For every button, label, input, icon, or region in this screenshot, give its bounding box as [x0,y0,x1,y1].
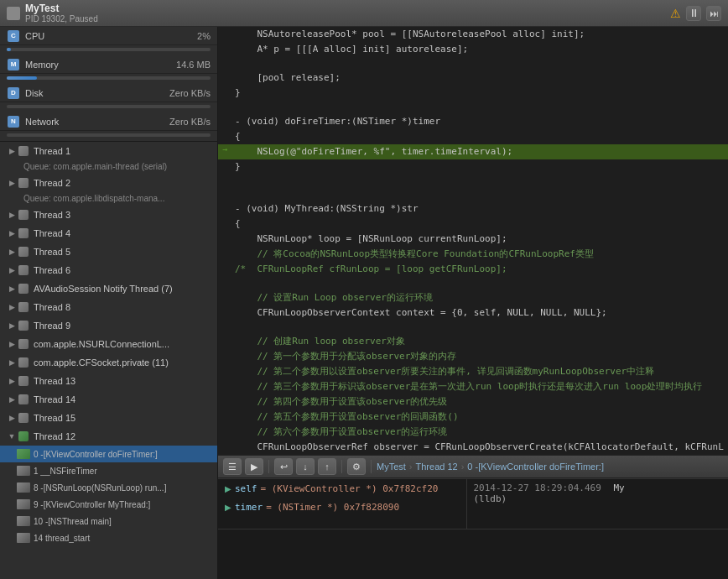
thread-expand-1[interactable]: ▶ [7,146,17,156]
code-content-9: NSLog(@"doFireTimer, %f", timer.timeInte… [231,144,728,159]
frame-icon-14 [17,533,30,543]
thread-item-13[interactable]: ▶ Thread 13 [0,372,217,390]
thread-item-14[interactable]: ▶ Thread 14 [0,390,217,409]
code-line-7: - (void) doFireTimer:(NSTimer *)timer [218,114,728,129]
thread-label-12: Thread 12 [34,431,214,441]
code-content-12 [231,188,728,190]
frame-icon-1 [17,466,30,476]
thread-expand-4[interactable]: ▶ [7,228,17,238]
thread-expand-8[interactable]: ▶ [7,302,17,312]
thread-label-1: Thread 1 [34,146,214,156]
var-timer[interactable]: ▶ timer = (NSTimer *) 0x7f828090 [218,498,466,516]
step-btn[interactable]: ⏭ [706,6,721,21]
frame-label-9: 9 -[KViewController MyThread:] [34,500,214,509]
code-content-21 [231,321,728,322]
cpu-resource: C CPU 2% [0,27,217,45]
thread-label-8: Thread 8 [34,302,214,312]
code-content-20: CFRunLoopObserverContext context = {0, s… [231,305,728,321]
cpu-value: 2% [197,31,211,41]
breadcrumb-frame0[interactable]: 0 -[KViewController doFireTimer:] [467,462,604,472]
thread-1-queue-label: Queue: com.apple.main-thread (serial) [23,162,167,171]
step-over-btn[interactable]: ↩ [274,458,293,475]
thread-icon-4 [17,228,30,238]
code-line-4: [pool release]; [218,70,728,86]
right-panel: NSAutoreleasePool* pool = [[NSAutoreleas… [218,27,728,579]
thread-expand-3[interactable]: ▶ [7,210,17,220]
thread-label-15: Thread 15 [34,413,214,423]
code-area[interactable]: NSAutoreleasePool* pool = [[NSAutoreleas… [218,27,728,455]
frame-item-8[interactable]: 8 -[NSRunLoop(NSRunLoop) run...] [0,479,217,496]
code-line-1: NSAutoreleasePool* pool = [[NSAutoreleas… [218,27,728,42]
frame-item-10[interactable]: 10 -[NSThread main] [0,513,217,529]
memory-label: Memory [25,60,176,70]
breadcrumb-thread12[interactable]: Thread 12 [416,462,458,472]
settings-btn[interactable]: ⚙ [347,458,366,475]
thread-icon-5 [17,247,30,257]
thread-item-1[interactable]: ▶ Thread 1 [0,142,217,160]
thread-expand-9[interactable]: ▶ [7,321,17,331]
breadcrumb-mytest[interactable]: MyTest [377,462,406,472]
thread-label-9: Thread 9 [34,321,214,331]
thread-item-8[interactable]: ▶ Thread 8 [0,298,217,316]
code-content-16: // 将Cocoa的NSRunLoop类型转换程Core Foundation的… [231,247,728,262]
thread-expand-15[interactable]: ▶ [7,413,17,423]
frame-icon-0 [17,449,30,459]
frame-icon-9 [17,499,30,509]
step-out-btn[interactable]: ↑ [318,458,336,475]
left-panel: C CPU 2% M Memory 14.6 MB [0,27,218,579]
thread-item-12[interactable]: ▼ Thread 12 [0,427,217,446]
frame-item-14[interactable]: 14 thread_start [0,529,217,546]
code-content-22: // 创建Run loop observer对象 [231,334,728,349]
thread-item-7[interactable]: ▶ AVAudioSession Notify Thread (7) [0,279,217,298]
thread-item-9[interactable]: ▶ Thread 9 [0,316,217,335]
thread-icon-11 [17,357,30,368]
thread-item-5[interactable]: ▶ Thread 5 [0,243,217,261]
code-line-9: → NSLog(@"doFireTimer, %f", timer.timeIn… [218,144,728,159]
memory-icon: M [7,58,20,71]
breadcrumb: MyTest › Thread 12 › 0 -[KViewController… [377,462,723,472]
play-btn[interactable]: ▶ [245,458,263,475]
code-content-24: // 第二个参数用以设置observer所要关注的事件, 详见回调函数myRun… [231,364,728,379]
thread-item-15[interactable]: ▶ Thread 15 [0,409,217,427]
code-content-10: } [231,159,728,175]
code-content-18 [231,277,728,279]
debug-console: ▶ self = (KViewController *) 0x7f82cf20 … [218,478,728,579]
thread-expand-6[interactable]: ▶ [7,265,17,275]
thread-item-3[interactable]: ▶ Thread 3 [0,206,217,224]
thread-expand-12[interactable]: ▼ [7,431,17,441]
thread-expand-14[interactable]: ▶ [7,394,17,404]
list-btn[interactable]: ☰ [223,458,242,475]
thread-icon-10 [17,339,30,349]
code-line-11 [218,175,728,188]
thread-label-5: Thread 5 [34,247,214,257]
thread-expand-13[interactable]: ▶ [7,376,17,386]
frame-item-0[interactable]: 0 -[KViewController doFireTimer:] [0,446,217,462]
var-self[interactable]: ▶ self = (KViewController *) 0x7f82cf20 [218,479,466,498]
thread-expand-2[interactable]: ▶ [7,178,17,188]
thread-item-6[interactable]: ▶ Thread 6 [0,261,217,279]
thread-item-11[interactable]: ▶ com.apple.CFSocket.private (11) [0,353,217,372]
thread-item-10[interactable]: ▶ com.apple.NSURLConnectionL... [0,335,217,353]
thread-item-4[interactable]: ▶ Thread 4 [0,224,217,243]
step-into-btn[interactable]: ↓ [296,458,315,475]
thread-1-queue: Queue: com.apple.main-thread (serial) [0,160,217,174]
var-timer-arrow: ▶ [225,503,231,512]
code-line-29: CFRunLoopObserverRef observer = CFRunLoo… [218,440,728,455]
var-self-value: = (KViewController *) 0x7f82cf20 [261,483,439,494]
thread-expand-7[interactable]: ▶ [7,284,17,294]
disk-bar-container [7,105,211,108]
thread-expand-10[interactable]: ▶ [7,339,17,349]
project-name: MyTest [25,3,98,14]
thread-item-2[interactable]: ▶ Thread 2 [0,174,217,192]
thread-label-6: Thread 6 [34,265,214,275]
frame-item-1[interactable]: 1 __NSFireTimer [0,462,217,479]
thread-icon-7 [17,284,30,294]
thread-expand-11[interactable]: ▶ [7,357,17,368]
network-label: Network [25,117,169,127]
thread-expand-5[interactable]: ▶ [7,247,17,257]
resource-section: C CPU 2% M Memory 14.6 MB [0,27,217,142]
frame-item-9[interactable]: 9 -[KViewController MyThread:] [0,496,217,513]
toolbar-divider-2 [341,460,342,473]
thread-label-10: com.apple.NSURLConnectionL... [34,339,214,349]
pause-btn[interactable]: ⏸ [686,6,701,21]
